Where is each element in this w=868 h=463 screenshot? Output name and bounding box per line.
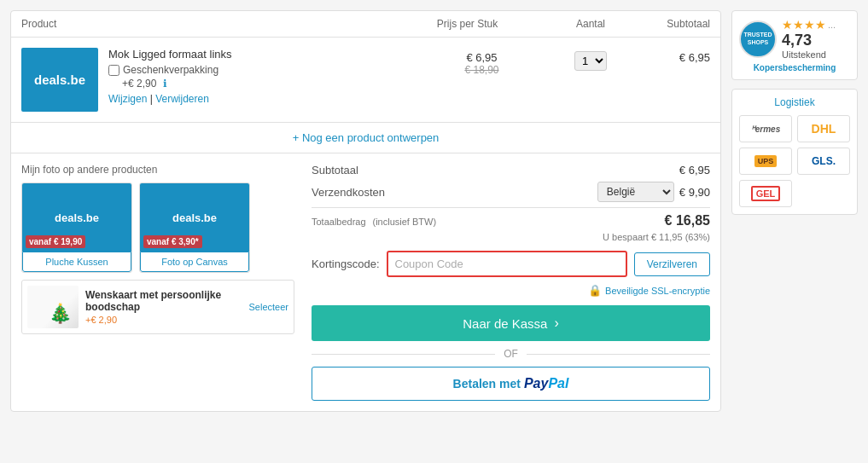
item-subtotal-col: € 6,95: [625, 48, 710, 64]
total-value: € 16,85: [665, 213, 710, 229]
item-links: Wijzigen | Verwijderen: [108, 93, 407, 105]
product-thumb-2: deals.be vanaf € 3,90* Foto op Canvas: [139, 182, 250, 273]
trust-score: 4,73: [782, 32, 812, 49]
gel-logo-item: GEL: [739, 180, 792, 207]
gls-logo: GLS.: [812, 155, 836, 167]
qty-select[interactable]: 1 2 3: [574, 51, 607, 71]
wijzigen-link[interactable]: Wijzigen: [108, 93, 147, 105]
total-label: Totaalbedrag (inclusief BTW): [312, 214, 436, 228]
gel-logo: GEL: [751, 186, 781, 201]
product-thumbs: deals.be vanaf € 19,90 Pluche Kussen dea…: [21, 182, 294, 273]
shipping-row: Verzendkosten België Nederland € 9,90: [312, 182, 710, 202]
coupon-button[interactable]: Verzilveren: [634, 252, 710, 276]
wenskaart-price: +€ 2,90: [85, 315, 117, 325]
price-old: € 18,90: [407, 64, 556, 76]
logistics-box: Logistiek ᴴermes DHL UPS GLS. GEL: [731, 89, 858, 215]
bottom-section: Mijn foto op andere producten deals.be v…: [11, 153, 720, 411]
shipping-label: Verzendkosten: [312, 186, 385, 199]
section-title: Mijn foto op andere producten: [21, 164, 294, 176]
paypal-logo: PayPal: [524, 376, 568, 391]
product-thumb-1: deals.be vanaf € 19,90 Pluche Kussen: [21, 182, 132, 273]
header-product: Product: [21, 18, 378, 30]
add-product-link[interactable]: Nog een product ontwerpen: [293, 131, 440, 144]
paypal-button[interactable]: Betalen met PayPal: [312, 367, 710, 401]
country-select[interactable]: België Nederland: [597, 182, 674, 202]
add-product-banner: Nog een product ontwerpen: [11, 123, 720, 153]
thumb-img-2: deals.be vanaf € 3,90*: [140, 183, 249, 252]
wenskaart-img: 🎄: [27, 286, 79, 328]
trust-rating: ★★★★ ... 4,73 Uitstekend: [782, 18, 836, 60]
trust-seal: TRUSTEDSHOPS: [739, 20, 777, 58]
item-name: Mok Ligged formaat links: [108, 48, 407, 61]
gift-wrap-label: Geschenkverpakking: [123, 64, 218, 76]
thumb-btn-1[interactable]: Pluche Kussen: [22, 252, 131, 272]
trust-sub: Kopersbescherming: [739, 63, 850, 72]
trust-dots: ...: [828, 20, 836, 30]
wenskaart-title: Wenskaart met persoonlijke boodschap: [85, 289, 242, 313]
price-current: € 6,95: [407, 51, 556, 64]
hermes-logo-item: ᴴermes: [739, 115, 792, 142]
price-badge-2: vanaf € 3,90*: [143, 235, 202, 248]
thumb-img-1: deals.be vanaf € 19,90: [22, 183, 131, 252]
arrow-icon: ›: [554, 315, 558, 331]
logistics-title: Logistiek: [739, 96, 850, 108]
ups-logo: UPS: [754, 155, 778, 167]
dhl-logo: DHL: [812, 122, 836, 136]
price-badge-1: vanaf € 19,90: [26, 235, 85, 248]
hermes-logo: ᴴermes: [751, 124, 780, 134]
cart-main: Product Prijs per Stuk Aantal Subtotaal …: [10, 10, 721, 412]
trust-stars: ★★★★: [782, 18, 826, 32]
total-row: Totaalbedrag (inclusief BTW) € 16,85: [312, 213, 710, 229]
order-summary: Subtotaal € 6,95 Verzendkosten België Ne…: [312, 164, 710, 401]
shipping-value: € 9,90: [679, 186, 710, 199]
wenskaart-select-link[interactable]: Selecteer: [249, 302, 288, 312]
left-products: Mijn foto op andere producten deals.be v…: [21, 164, 294, 401]
coupon-row: Kortingscode: Verzilveren: [312, 251, 710, 277]
verwijderen-link[interactable]: Verwijderen: [155, 93, 209, 105]
subtotal-value: € 6,95: [679, 164, 710, 177]
subtotal-label: Subtotaal: [312, 164, 358, 177]
item-qty-col: 1 2 3: [556, 48, 625, 71]
or-divider: OF: [312, 348, 710, 360]
coupon-label: Kortingscode:: [312, 258, 380, 270]
summary-divider: [312, 207, 710, 208]
item-price-col: € 6,95 € 18,90: [407, 48, 556, 76]
sidebar: TRUSTEDSHOPS ★★★★ ... 4,73 Uitstekend Ko…: [731, 10, 858, 412]
lock-icon: 🔒: [588, 284, 602, 297]
trust-badge: TRUSTEDSHOPS ★★★★ ... 4,73 Uitstekend Ko…: [731, 10, 858, 80]
header-subtotal: Subtotaal: [625, 18, 710, 30]
savings-text: U bespaart € 11,95 (63%): [312, 232, 710, 242]
thumb-btn-2[interactable]: Foto op Canvas: [140, 252, 249, 272]
ssl-row: 🔒 Beveiligde SSL-encryptie: [312, 284, 710, 297]
gift-wrap-row: Geschenkverpakking: [108, 64, 407, 76]
subtotal-row: Subtotaal € 6,95: [312, 164, 710, 177]
coupon-input[interactable]: [387, 251, 627, 277]
cart-header: Product Prijs per Stuk Aantal Subtotaal: [11, 11, 720, 38]
trust-label: Uitstekend: [782, 49, 836, 60]
dhl-logo-item: DHL: [797, 115, 850, 142]
gls-logo-item: GLS.: [797, 148, 850, 175]
item-details: Mok Ligged formaat links Geschenkverpakk…: [108, 48, 407, 105]
cart-item: deals.be Mok Ligged formaat links Gesche…: [11, 38, 720, 123]
product-image: deals.be: [21, 48, 98, 112]
gift-wrap-price: +€ 2,90 ℹ: [108, 78, 407, 90]
total-incl: (inclusief BTW): [373, 217, 437, 227]
ssl-label: Beveiligde SSL-encryptie: [605, 286, 710, 296]
wenskaart-info: Wenskaart met persoonlijke boodschap +€ …: [85, 289, 242, 326]
checkout-button[interactable]: Naar de Kassa ›: [312, 305, 710, 341]
ups-logo-item: UPS: [739, 148, 792, 175]
header-qty: Aantal: [556, 18, 625, 30]
wenskaart-item: 🎄 Wenskaart met persoonlijke boodschap +…: [21, 280, 294, 334]
logistics-grid: ᴴermes DHL UPS GLS. GEL: [739, 115, 850, 207]
info-icon: ℹ: [163, 78, 167, 90]
header-price: Prijs per Stuk: [378, 18, 556, 30]
gift-wrap-checkbox[interactable]: [108, 65, 119, 76]
